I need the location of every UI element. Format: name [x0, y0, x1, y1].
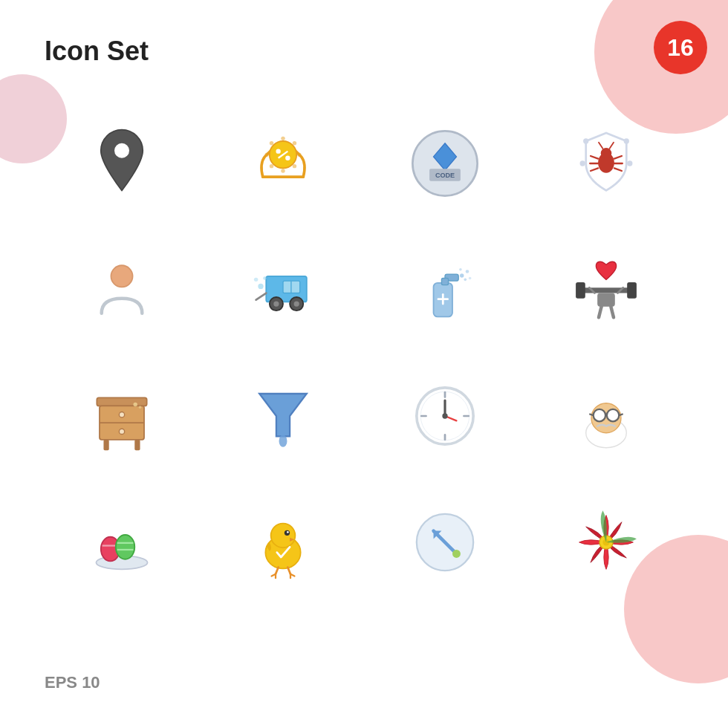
svg-line-60: [611, 307, 614, 318]
svg-rect-68: [103, 440, 108, 451]
svg-point-106: [452, 550, 461, 558]
icon-clock: [368, 357, 522, 475]
svg-line-39: [256, 293, 267, 300]
icons-grid: CODE: [45, 104, 683, 602]
svg-point-70: [279, 435, 287, 446]
icon-code-badge: CODE: [368, 104, 522, 223]
icon-bug-shield: [530, 104, 684, 223]
svg-point-31: [111, 265, 132, 287]
svg-text:CODE: CODE: [435, 172, 455, 179]
svg-point-8: [270, 164, 273, 168]
svg-point-5: [297, 152, 301, 156]
icon-easter-eggs: [45, 483, 199, 602]
svg-point-79: [442, 413, 447, 418]
icon-chick: [207, 483, 361, 602]
svg-point-49: [465, 270, 469, 273]
svg-point-67: [138, 406, 141, 409]
svg-rect-53: [579, 287, 634, 293]
svg-point-40: [259, 284, 264, 289]
svg-point-36: [274, 301, 279, 306]
icon-santa-face: [530, 357, 684, 475]
count-badge: 16: [654, 21, 707, 74]
svg-point-52: [469, 277, 472, 280]
svg-point-30: [627, 160, 632, 166]
svg-point-96: [287, 531, 289, 533]
svg-rect-45: [441, 279, 448, 285]
svg-rect-55: [627, 282, 637, 299]
svg-point-3: [282, 169, 285, 172]
svg-point-48: [460, 273, 464, 277]
icon-arrow-circle: [368, 483, 522, 602]
svg-point-7: [293, 141, 296, 145]
svg-rect-54: [576, 282, 585, 299]
svg-rect-58: [597, 293, 615, 307]
svg-rect-69: [134, 440, 140, 451]
svg-point-41: [254, 278, 258, 282]
icon-location-pin: [45, 104, 199, 223]
svg-line-97: [276, 568, 279, 574]
footer-text: EPS 10: [45, 673, 100, 692]
svg-point-90: [116, 535, 134, 559]
svg-point-83: [607, 409, 619, 421]
svg-point-64: [119, 412, 124, 417]
icon-discount-hands: [207, 104, 361, 223]
svg-point-27: [583, 138, 588, 143]
icon-person: [45, 230, 199, 349]
svg-rect-61: [97, 397, 146, 406]
page-title: Icon Set: [45, 36, 149, 67]
svg-point-10: [276, 149, 281, 153]
svg-point-0: [114, 143, 129, 158]
svg-point-65: [119, 429, 124, 434]
svg-point-2: [282, 137, 285, 140]
svg-point-6: [270, 141, 273, 145]
svg-point-29: [580, 160, 585, 166]
icon-drawer: [45, 357, 199, 475]
svg-point-28: [624, 138, 629, 143]
svg-line-100: [288, 568, 291, 574]
svg-point-11: [285, 156, 290, 160]
svg-point-51: [459, 268, 462, 271]
svg-point-42: [263, 276, 267, 280]
svg-point-9: [293, 164, 296, 168]
icon-spray: [368, 230, 522, 349]
icon-funnel: [207, 357, 361, 475]
svg-point-18: [601, 148, 612, 159]
badge-number: 16: [667, 34, 694, 62]
icon-trailer: [207, 230, 361, 349]
svg-point-82: [594, 409, 605, 421]
svg-point-38: [294, 301, 299, 306]
svg-point-50: [464, 279, 467, 282]
svg-point-66: [133, 403, 137, 406]
svg-point-4: [265, 152, 269, 156]
icon-poinsettia: [530, 483, 684, 602]
icon-heart-lift: [530, 230, 684, 349]
svg-line-59: [599, 307, 602, 318]
svg-point-94: [271, 524, 296, 548]
